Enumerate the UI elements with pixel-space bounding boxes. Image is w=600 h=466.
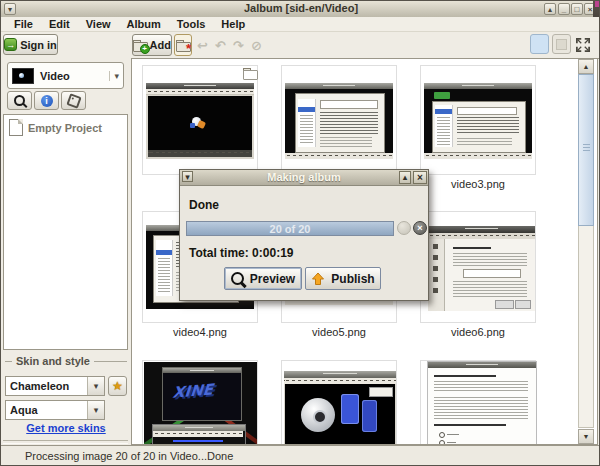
rotate-right-button[interactable]: ↷ [230,34,247,56]
back-icon: ↩ [197,38,208,53]
add-label: Add [150,39,171,51]
sign-in-button[interactable]: → Sign in [3,34,58,55]
divider [3,440,128,444]
xine-logo: XINE [172,380,214,401]
add-folder-icon: + [133,40,147,51]
rotate-left-icon: ↶ [215,38,226,53]
project-selector-label: Video [40,70,70,82]
project-tree[interactable]: Empty Project [3,114,128,350]
sign-in-arrow-icon: → [4,38,17,51]
search-button[interactable] [7,91,32,110]
skin-select-value: Chameleon [6,380,69,392]
rotate-right-icon: ↷ [233,38,244,53]
video-thumbnail-icon [12,68,34,84]
thumbnail-card[interactable] [420,360,536,445]
menu-view[interactable]: View [78,18,119,30]
thumbnail-image [284,371,396,445]
thumbnail-image [427,361,537,445]
skin-section-title: Skin and style [5,355,127,367]
empty-project-label: Empty Project [28,122,102,134]
window-titlebar[interactable]: ▾ Jalbum [sid-en/Video] ▴ _ □ × [1,1,600,18]
chevron-down-icon[interactable]: ▾ [109,71,119,81]
thumbnail-image [285,83,393,159]
minimize-button[interactable]: _ [558,3,570,15]
progress-text: 20 of 20 [187,223,393,235]
preview-label: Preview [250,272,295,286]
making-album-dialog: ▾ Making album ▴ × Done 20 of 20 × Total… [179,169,429,301]
preview-button[interactable]: Preview [224,267,302,290]
total-time-label: Total time: 0:00:19 [189,246,293,260]
dialog-titlebar[interactable]: ▾ Making album ▴ × [180,170,428,186]
sign-in-label: Sign in [20,39,57,51]
maximize-button[interactable]: □ [571,3,583,15]
skin-select[interactable]: Chameleon ▾ [5,376,105,396]
dialog-publish-button[interactable]: Publish [305,267,381,290]
thumbnail-card[interactable] [142,65,258,175]
desktop-corner [595,1,600,7]
preview-magnifier-icon [231,272,244,285]
new-folder-star-icon: * [176,40,190,51]
thumbnail-filename: video5.png [281,326,397,338]
menu-tools[interactable]: Tools [169,18,214,30]
folder-badge-icon [243,68,257,81]
search-icon [14,95,25,106]
thumbnail-image [146,83,254,159]
cd-icon [301,398,335,432]
film-icon [341,394,359,424]
pause-button[interactable] [397,221,411,235]
view-toggle-button[interactable] [530,34,549,54]
dialog-publish-label: Publish [331,272,374,286]
menu-edit[interactable]: Edit [41,18,78,30]
thumbnail-card[interactable] [420,211,536,323]
thumbnail-card[interactable] [420,65,536,175]
tag-icon [66,93,81,108]
status-bar: Processing image 20 of 20 in Video...Don… [1,445,600,466]
thumbnail-card[interactable] [281,360,397,445]
dialog-title: Making album [180,171,428,183]
style-select-value: Aqua [6,404,38,416]
jalbum-window: ▾ Jalbum [sid-en/Video] ▴ _ □ × File Edi… [0,0,600,466]
scroll-up-button[interactable]: ▲ [578,59,594,74]
menu-help[interactable]: Help [213,18,253,30]
thumbnail-card[interactable]: XINE [142,360,258,445]
menu-file[interactable]: File [6,18,41,30]
toolbar: → Sign in + Add * ↩ ↶ ↷ ⊘ [1,32,600,59]
dialog-close-button[interactable]: × [413,171,427,184]
dialog-shade-button[interactable]: ▴ [399,171,411,184]
scroll-down-button[interactable]: ▼ [578,429,594,444]
add-button[interactable]: + Add [132,34,172,56]
menu-album[interactable]: Album [119,18,169,30]
thumbnail-image: XINE [144,362,257,445]
shade-button[interactable]: ▴ [544,3,556,15]
empty-page-icon [9,119,23,136]
scrollbar-thumb[interactable] [578,74,594,226]
menu-bar: File Edit View Album Tools Help [1,17,600,32]
thumbnail-filename: video6.png [420,326,536,338]
thumbnail-image [428,226,535,311]
fullscreen-icon [576,38,590,52]
sidebar: Video ▾ i Empty Project Skin and style C… [1,58,131,445]
info-button[interactable]: i [34,91,59,110]
cancel-progress-button[interactable]: × [413,221,427,235]
dialog-status-label: Done [189,198,219,212]
favorite-skin-button[interactable]: ★ [108,376,127,396]
new-folder-button[interactable]: * [174,34,192,56]
status-text: Processing image 20 of 20 in Video...Don… [25,450,233,462]
thumbnail-card[interactable] [281,65,397,175]
fullscreen-button[interactable] [573,35,593,55]
exclude-button[interactable]: ⊘ [248,34,265,56]
undo-button[interactable]: ↩ [194,34,211,56]
tag-button[interactable] [61,91,86,110]
progress-bar: 20 of 20 [186,221,394,236]
chevron-down-icon[interactable]: ▾ [87,377,104,395]
rotate-left-button[interactable]: ↶ [212,34,229,56]
image-icon [556,39,567,50]
stop-icon: ⊘ [251,38,262,53]
style-select[interactable]: Aqua ▾ [5,400,105,420]
thumbnail-image [424,83,532,159]
get-more-skins-link[interactable]: Get more skins [1,422,131,434]
project-selector[interactable]: Video ▾ [7,62,124,89]
radio-icon [439,432,445,438]
chevron-down-icon[interactable]: ▾ [87,401,104,419]
edit-view-button[interactable] [552,34,571,54]
